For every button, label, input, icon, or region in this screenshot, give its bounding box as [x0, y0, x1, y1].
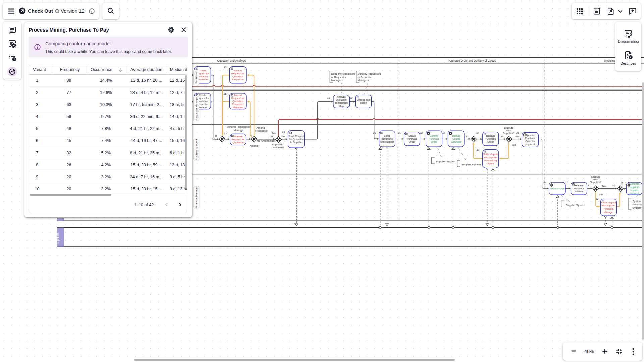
svg-text:Supplier?: Supplier? [590, 181, 601, 184]
svg-text:Purchase: Purchase [429, 137, 439, 140]
svg-text:Proceed?: Proceed? [273, 146, 284, 149]
svg-text:System: System [633, 200, 642, 203]
svg-text:38: 38 [270, 135, 273, 138]
svg-text:Approve: Approve [526, 134, 535, 137]
svg-text:No: No [272, 132, 276, 135]
svg-text:Approved -: Approved - [272, 143, 285, 146]
svg-text:Invoicing: Invoicing [604, 59, 615, 62]
svg-text:Financial: Financial [604, 207, 614, 210]
svg-text:option: option [360, 101, 367, 104]
svg-text:Request for: Request for [231, 97, 245, 100]
svg-text:Suppliers: Suppliers [56, 233, 60, 244]
svg-text:Invoice: Invoice [630, 189, 638, 192]
svg-text:37: 37 [588, 184, 591, 187]
svg-text:Managers: Managers [331, 79, 343, 82]
svg-text:Requester: Requester [195, 71, 198, 84]
svg-text:14: 14 [224, 65, 227, 68]
svg-text:25: 25 [516, 131, 519, 134]
svg-text:Order: Order [431, 140, 437, 143]
svg-text:21: 21 [398, 131, 401, 134]
svg-text:Supplier's: Supplier's [574, 187, 585, 190]
svg-text:30: 30 [476, 148, 479, 152]
svg-text:35: 35 [465, 135, 468, 138]
svg-text:Diagramming: Diagramming [618, 39, 639, 43]
svg-text:Quotation: Quotation [233, 141, 244, 144]
svg-text:Purchase Order and Delivery of: Purchase Order and Delivery of Goods [448, 59, 496, 62]
svg-text:Goods: Goods [452, 137, 460, 140]
svg-text:24: 24 [476, 131, 479, 134]
svg-text:Purchase: Purchase [525, 137, 535, 140]
svg-text:payment: payment [630, 192, 639, 195]
svg-text:Quotation: Quotation [232, 100, 243, 103]
svg-text:System): System) [633, 206, 643, 209]
svg-text:or Requester: or Requester [358, 76, 373, 79]
svg-text:Send Request: Send Request [288, 135, 304, 138]
svg-text:Yes: Yes [512, 143, 516, 146]
svg-text:Yes: Yes [281, 135, 285, 138]
svg-text:Quotation: Quotation [336, 98, 347, 101]
svg-text:Financial Manager: Financial Manager [195, 186, 198, 208]
svg-text:Request for: Request for [231, 72, 245, 75]
svg-text:Purchasing: Purchasing [484, 159, 497, 162]
svg-text:with supplier: with supplier [380, 140, 394, 143]
svg-text:Amend?: Amend? [250, 144, 260, 147]
svg-text:Settle dispute: Settle dispute [483, 153, 498, 156]
svg-text:Release: Release [486, 134, 495, 137]
svg-text:Create: Create [199, 94, 206, 97]
svg-text:Analyze: Analyze [337, 95, 346, 98]
svg-text:Map: Map [339, 105, 344, 108]
svg-text:Request for: Request for [231, 138, 245, 141]
svg-text:Manager: Manager [604, 210, 614, 214]
svg-text:to Supplier: to Supplier [290, 141, 302, 144]
svg-text:Done by Requesters: Done by Requesters [331, 72, 355, 75]
svg-text:Requester: Requester [232, 103, 244, 106]
svg-text:Amend: Amend [234, 69, 241, 72]
svg-text:Choose best: Choose best [357, 98, 371, 101]
svg-text:No: No [515, 135, 519, 138]
svg-text:or Requester: or Requester [331, 76, 346, 79]
svg-text:Manager: Manager [233, 106, 243, 109]
svg-text:Purchasing Agent: Purchasing Agent [195, 139, 198, 160]
svg-text:16: 16 [282, 130, 285, 133]
svg-text:Services: Services [451, 140, 461, 143]
svg-text:Supplier's: Supplier's [629, 186, 640, 189]
svg-text:Amend - Requester: Amend - Requester [227, 125, 251, 128]
svg-text:15: 15 [224, 92, 227, 95]
svg-text:with supplier: with supplier [483, 156, 498, 159]
svg-text:Yes: Yes [599, 193, 603, 196]
svg-text:Order: Order [487, 140, 494, 143]
svg-text:Requester: Requester [255, 129, 268, 132]
svg-text:Supplier System: Supplier System [436, 160, 456, 163]
svg-text:Deliver: Deliver [452, 134, 460, 137]
svg-text:Create: Create [199, 69, 206, 72]
svg-text:19: 19 [350, 96, 353, 99]
svg-text:conditions: conditions [382, 137, 393, 140]
svg-text:32: 32 [596, 197, 599, 200]
svg-text:Managers: Managers [358, 79, 369, 82]
svg-text:Confirm: Confirm [430, 134, 438, 137]
svg-text:Requester Manager: Requester Manager [195, 97, 198, 120]
svg-text:payment: payment [526, 143, 535, 146]
svg-text:28: 28 [620, 181, 623, 184]
svg-text:for Quotation: for Quotation [289, 138, 304, 141]
svg-text:Amend: Amend [234, 94, 241, 97]
svg-text:Order: Order [409, 140, 415, 143]
svg-text:Invoice: Invoice [575, 190, 583, 193]
svg-text:Order for: Order for [525, 140, 535, 143]
svg-text:Create: Create [408, 134, 416, 137]
svg-text:comparison: comparison [335, 101, 348, 104]
svg-text:26: 26 [543, 181, 546, 184]
svg-text:Quotation and Analysis: Quotation and Analysis [217, 59, 246, 62]
svg-text:18: 18 [327, 96, 330, 99]
svg-text:Supplier System: Supplier System [566, 204, 585, 207]
svg-text:with supplier: with supplier [601, 204, 616, 207]
svg-text:Purchase: Purchase [485, 137, 496, 140]
svg-text:Amend -: Amend - [256, 126, 267, 129]
svg-text:Release: Release [574, 184, 583, 187]
svg-text:36: 36 [612, 184, 615, 187]
svg-text:Describes: Describes [621, 61, 636, 65]
svg-text:No: No [602, 185, 606, 188]
svg-text:Send invoice: Send invoice [550, 187, 564, 190]
svg-text:34: 34 [500, 135, 503, 138]
svg-text:Supplier System: Supplier System [461, 163, 481, 166]
